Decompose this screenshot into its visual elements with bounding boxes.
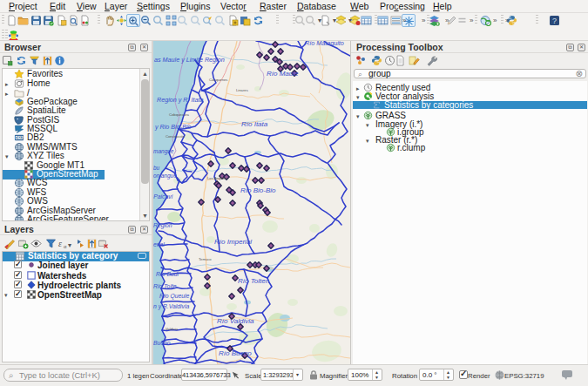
- svg-text:DB2: DB2: [15, 136, 24, 140]
- svg-text:a y Rio Bio-Bio: a y Rio Bio-Bio: [153, 123, 192, 131]
- svg-text:n y R.Valdivia: n y R.Valdivia: [153, 303, 190, 310]
- svg-text:Río Maule: Río Maule: [267, 70, 299, 78]
- svg-text:-Paicavi: -Paicavi: [153, 193, 173, 200]
- svg-text:bu: bu: [153, 165, 160, 171]
- svg-text:Cauquenes: Cauquenes: [209, 78, 227, 82]
- svg-text:α: α: [64, 244, 67, 249]
- svg-text:Cobquecura: Cobquecura: [169, 112, 189, 117]
- svg-text:Río Valdivia: Río Valdivia: [217, 317, 254, 325]
- svg-text:Río Budi: Río Budi: [156, 271, 179, 277]
- svg-text:Los Ángeles: Los Ángeles: [207, 176, 227, 180]
- svg-text:Río Imperial: Río Imperial: [214, 238, 252, 246]
- svg-text:Rio Tolte: Rio Tolte: [153, 283, 177, 289]
- svg-text:Río Bueno: Río Bueno: [219, 349, 252, 357]
- svg-text:Río Queule: Río Queule: [159, 293, 190, 300]
- svg-text:Temuco: Temuco: [199, 257, 212, 261]
- svg-text:ε: ε: [58, 239, 62, 248]
- svg-text:?: ?: [552, 17, 557, 25]
- svg-text:Río Tolten: Río Tolten: [238, 277, 270, 285]
- svg-text:Río Bio-Bio: Río Bio-Bio: [240, 186, 276, 194]
- svg-text:onlangue: onlangue: [153, 173, 177, 179]
- svg-text:Linares: Linares: [236, 88, 248, 92]
- svg-text:Río Itata: Río Itata: [241, 120, 268, 128]
- svg-text:Region: Region: [153, 222, 172, 229]
- svg-text:Río Mataquito: Río Mataquito: [305, 41, 344, 47]
- svg-text:Region y R. Itata: Region y R. Itata: [157, 96, 204, 104]
- svg-text:Bueno: Bueno: [153, 340, 171, 346]
- svg-text:erial: erial: [153, 241, 165, 247]
- svg-text:as Maule y Limite Region: as Maule y Limite Region: [154, 56, 225, 64]
- svg-text:Valdivia: Valdivia: [166, 327, 179, 331]
- svg-text:mangue: mangue: [153, 148, 174, 155]
- svg-text:Concepción: Concepción: [166, 134, 186, 139]
